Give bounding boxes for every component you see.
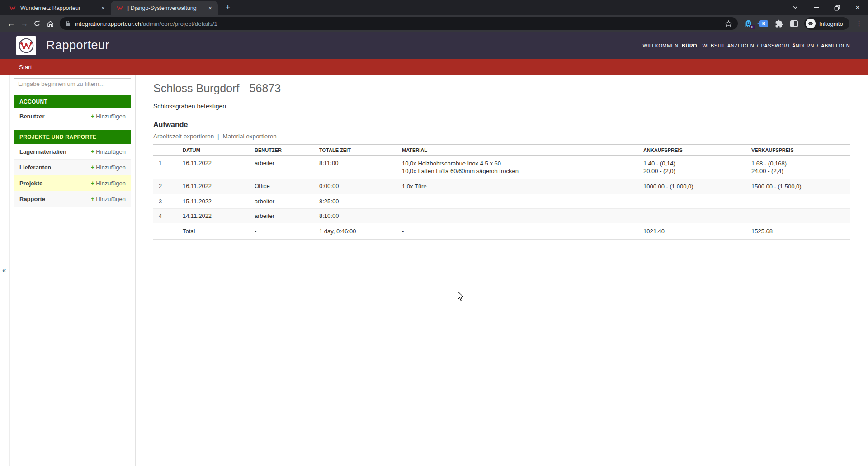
close-window-button[interactable]: ×: [847, 0, 868, 15]
col-verkaufspreis: VERKAUFSPREIS: [746, 145, 850, 156]
page-title: Schloss Burgdorf - 56873: [153, 82, 850, 95]
user-tools: WILLKOMMEN, BÜRO. WEBSITE ANZEIGEN / PAS…: [642, 43, 850, 48]
sidebar-item-rapporte[interactable]: Rapporte +Hinzufügen: [14, 191, 131, 207]
total-zeit: 1 day, 0:46:00: [314, 223, 396, 240]
new-tab-button[interactable]: +: [222, 1, 234, 14]
table-header-row: DATUM BENUTZER TOTALE ZEIT MATERIAL ANKA…: [153, 145, 850, 156]
forward-button[interactable]: →: [18, 17, 31, 30]
export-links: Arbeitszeit exportieren | Material expor…: [153, 133, 850, 140]
puzzle-icon: [775, 19, 783, 28]
cell-material: 10,0x Holzbohrschrabue Inox 4.5 x 6010,0…: [396, 156, 638, 179]
add-rapporte-link[interactable]: +Hinzufügen: [91, 195, 126, 202]
plus-icon: +: [91, 113, 94, 120]
col-num: [153, 145, 177, 156]
add-label: Hinzufügen: [96, 164, 126, 171]
cell-benutzer: arbeiter: [249, 209, 314, 223]
logout-link[interactable]: ABMELDEN: [821, 43, 850, 48]
export-material-link[interactable]: Material exportieren: [222, 133, 276, 140]
add-projekte-link[interactable]: +Hinzufügen: [91, 179, 126, 187]
tab-close-icon[interactable]: ×: [206, 4, 214, 12]
table-row: 1 16.11.2022 arbeiter 8:11:00 10,0x Holz…: [153, 156, 850, 179]
minimize-button[interactable]: [806, 0, 826, 15]
link-separator: /: [817, 43, 818, 48]
tab-search-icon[interactable]: [785, 0, 806, 15]
model-link[interactable]: Rapporte: [19, 196, 45, 202]
cell-ankauf: 1.40 - (0,14)20.00 - (2,0): [638, 156, 746, 179]
incognito-chip: Inkognito: [804, 17, 849, 30]
module-account: ACCOUNT Benutzer +Hinzufügen: [14, 95, 131, 124]
module-caption-account[interactable]: ACCOUNT: [14, 95, 131, 108]
model-link[interactable]: Benutzer: [19, 113, 45, 120]
home-button[interactable]: [44, 17, 57, 30]
sidebar-item-projekte[interactable]: Projekte +Hinzufügen: [14, 175, 131, 191]
table-row: 4 14.11.2022 arbeiter 8:10:00: [153, 209, 850, 223]
reload-icon: [33, 20, 41, 27]
plus-icon: +: [91, 164, 94, 171]
welcome-dot: .: [699, 43, 700, 48]
tab-django-admin[interactable]: | Django-Systemverwaltung ×: [111, 1, 218, 15]
col-ankaufspreis: ANKAUFSPREIS: [638, 145, 746, 156]
rapporteur-logo[interactable]: [16, 36, 36, 55]
cell-verkauf: 1500.00 - (1 500,0): [746, 179, 850, 194]
lock-icon: [65, 20, 71, 27]
module-caption-projekte[interactable]: PROJEKTE UND RAPPORTE: [14, 130, 131, 144]
cell-datum: 14.11.2022: [177, 209, 249, 223]
rapporteur-favicon: [9, 5, 16, 12]
username: BÜRO: [682, 43, 697, 48]
side-panel-button[interactable]: [790, 20, 798, 27]
add-benutzer-link[interactable]: +Hinzufügen: [91, 113, 126, 120]
url-path: /admin/core/project/details/1: [141, 20, 217, 27]
add-label: Hinzufügen: [96, 148, 126, 155]
cell-material: [396, 209, 638, 223]
add-lagermaterialien-link[interactable]: +Hinzufügen: [91, 148, 126, 155]
breadcrumb-start-link[interactable]: Start: [19, 64, 32, 71]
cell-zeit: 8:10:00: [314, 209, 396, 223]
cell-datum: 15.11.2022: [177, 194, 249, 209]
cell-datum: 16.11.2022: [177, 179, 249, 194]
table-total-row: Total - 1 day, 0:46:00 - 1021.40 1525.68: [153, 223, 850, 240]
address-bar[interactable]: integration.rapporteur.ch/admin/core/pro…: [60, 17, 738, 30]
cell-verkauf: 1.68 - (0,168)24.00 - (2,4): [746, 156, 850, 179]
home-icon: [47, 20, 54, 28]
ghost-extension-button[interactable]: 0: [744, 19, 753, 28]
restore-button[interactable]: [826, 0, 847, 15]
cell-benutzer: arbeiter: [249, 156, 314, 179]
bookmark-star-button[interactable]: [725, 20, 732, 28]
cell-material: [396, 194, 638, 209]
window-controls: ×: [785, 0, 868, 15]
tab-close-icon[interactable]: ×: [99, 4, 107, 12]
col-benutzer: BENUTZER: [249, 145, 314, 156]
add-lieferanten-link[interactable]: +Hinzufügen: [91, 164, 126, 171]
tab-wundernetz[interactable]: Wundernetz Rapporteur ×: [4, 1, 111, 15]
sidebar-collapse-button[interactable]: «: [2, 266, 6, 274]
sidebar-item-benutzer[interactable]: Benutzer +Hinzufügen: [14, 108, 131, 124]
reload-button[interactable]: [31, 17, 44, 30]
model-link[interactable]: Lieferanten: [19, 164, 51, 171]
cell-verkauf: [746, 194, 850, 209]
total-label: Total: [177, 223, 249, 240]
back-button[interactable]: ←: [5, 17, 18, 30]
plus-icon: +: [91, 195, 94, 202]
cell-zeit: 0:00:00: [314, 179, 396, 194]
change-password-link[interactable]: PASSWORT ÄNDERN: [761, 43, 814, 48]
model-link[interactable]: Lagermaterialien: [19, 148, 66, 155]
export-worktime-link[interactable]: Arbeitszeit exportieren: [153, 133, 214, 140]
browser-chrome: Wundernetz Rapporteur × | Django-Systemv…: [0, 0, 868, 32]
plus-icon: +: [91, 179, 94, 187]
extensions-menu-button[interactable]: [775, 19, 783, 28]
view-site-link[interactable]: WEBSITE ANZEIGEN: [703, 43, 755, 48]
sidebar-item-lagermaterialien[interactable]: Lagermaterialien +Hinzufügen: [14, 144, 131, 160]
total-verkaufspreis: 1525.68: [746, 223, 850, 240]
sidebar-item-lieferanten[interactable]: Lieferanten +Hinzufügen: [14, 160, 131, 175]
cell-verkauf: [746, 209, 850, 223]
tab-strip: Wundernetz Rapporteur × | Django-Systemv…: [0, 0, 868, 15]
extensions-area: 0 B: [744, 19, 798, 28]
model-link[interactable]: Projekte: [19, 180, 42, 187]
tab-title: | Django-Systemverwaltung: [127, 5, 206, 11]
brand-title: Rapporteur: [46, 38, 109, 52]
tag-extension-button[interactable]: B: [760, 20, 768, 27]
rapporteur-favicon: [116, 5, 123, 12]
project-description: Schlossgraben befestigen: [153, 103, 850, 110]
browser-menu-button[interactable]: ⋮: [855, 19, 863, 28]
sidebar-filter-input[interactable]: [14, 78, 131, 89]
